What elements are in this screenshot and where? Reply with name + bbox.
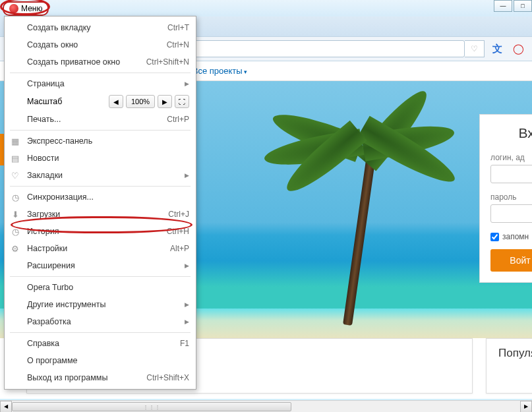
history-icon: ◷: [10, 226, 20, 237]
submenu-arrow-icon: ▶: [185, 318, 189, 325]
zoom-out-button[interactable]: ◀: [109, 95, 123, 108]
menu-separator: [10, 276, 191, 277]
login-title: Вход: [490, 125, 532, 141]
menu-separator: [10, 130, 191, 131]
menu-dev[interactable]: Разработка ▶: [5, 313, 196, 330]
login-field-label: логин, ад: [490, 153, 532, 162]
submenu-arrow-icon: ▶: [185, 172, 189, 179]
card-title: Популяр: [498, 347, 532, 360]
news-icon: ▤: [10, 153, 20, 163]
menu-turbo[interactable]: Opera Turbo: [5, 279, 196, 296]
window-minimize-button[interactable]: —: [494, 0, 512, 12]
menu-separator: [10, 73, 191, 73]
opera-logo-icon: [9, 4, 18, 13]
menu-item-label: Выход из программы: [27, 373, 146, 382]
menu-item-label: Настройки: [27, 244, 170, 253]
zoom-label: Масштаб: [27, 97, 109, 106]
scroll-right-button[interactable]: ▶: [520, 401, 532, 413]
horizontal-scrollbar[interactable]: ◀ ⋮⋮⋮ ▶: [0, 400, 532, 412]
menu-item-label: Экспресс-панель: [27, 136, 189, 146]
window-maximize-button[interactable]: □: [514, 0, 532, 12]
password-field-label: пароль: [490, 192, 532, 202]
remember-checkbox[interactable]: [490, 233, 499, 241]
download-icon: ⬇: [10, 209, 20, 220]
menu-item-shortcut: F1: [180, 339, 189, 348]
heart-icon: ♡: [10, 170, 20, 181]
palm-leaves: [283, 101, 468, 220]
menu-item-label: Opera Turbo: [27, 283, 189, 292]
remember-label: запомн: [502, 232, 529, 241]
menu-item-label: Загрузки: [27, 210, 168, 219]
login-input[interactable]: [490, 165, 532, 183]
menu-settings[interactable]: ⚙ Настройки Alt+P: [5, 240, 196, 257]
grid-icon: ▦: [10, 136, 20, 146]
menu-tools[interactable]: Другие инструменты ▶: [5, 296, 196, 313]
window-controls: — □: [492, 0, 532, 12]
menu-separator: [10, 332, 191, 333]
scroll-grip-icon: ⋮⋮⋮: [143, 403, 161, 409]
gear-icon: ⚙: [10, 243, 20, 254]
menu-item-shortcut: Ctrl+Shift+X: [146, 373, 189, 382]
menu-history[interactable]: ◷ История Ctrl+H: [5, 223, 196, 240]
nav-projects[interactable]: Все проекты: [192, 66, 247, 76]
zoom-value: 100%: [126, 95, 155, 108]
menu-item-label: История: [27, 227, 167, 236]
menu-item-label: Создать приватное окно: [27, 57, 146, 67]
menu-button-label: Меню: [21, 4, 42, 13]
login-submit-button[interactable]: Войт: [490, 249, 532, 272]
menu-item-label: Другие инструменты: [27, 300, 189, 309]
menu-item-shortcut: Ctrl+J: [168, 210, 189, 219]
menu-bookmarks[interactable]: ♡ Закладки ▶: [5, 167, 196, 184]
login-panel: Вход логин, ад пароль запомн Войт: [479, 114, 532, 283]
zoom-in-button[interactable]: ▶: [158, 95, 172, 108]
menu-news[interactable]: ▤ Новости: [5, 150, 196, 167]
menu-item-label: Разработка: [27, 317, 189, 326]
menu-extensions[interactable]: Расширения ▶: [5, 257, 196, 274]
menu-exit[interactable]: Выход из программы Ctrl+Shift+X: [5, 369, 196, 386]
translate-icon[interactable]: 文: [488, 40, 506, 57]
menu-sync[interactable]: ◷ Синхронизация...: [5, 189, 196, 206]
menu-new-private[interactable]: Создать приватное окно Ctrl+Shift+N: [5, 53, 196, 71]
submenu-arrow-icon: ▶: [185, 80, 189, 87]
menu-item-label: Закладки: [27, 171, 189, 180]
menu-new-window[interactable]: Создать окно Ctrl+N: [5, 36, 196, 53]
popular-card-2: Популяр: [486, 338, 532, 394]
menu-item-shortcut: Ctrl+T: [167, 23, 189, 32]
bookmark-heart-icon[interactable]: ♡: [465, 40, 485, 57]
menu-item-shortcut: Alt+P: [170, 244, 189, 253]
menu-help[interactable]: Справка F1: [5, 335, 196, 352]
menu-about[interactable]: О программе: [5, 352, 196, 369]
menu-zoom-row: Масштаб ◀ 100% ▶ ⛶: [5, 92, 196, 111]
menu-item-label: Страница: [27, 79, 189, 88]
main-menu-dropdown: Создать вкладку Ctrl+T Создать окно Ctrl…: [4, 16, 196, 390]
menu-print[interactable]: Печать... Ctrl+P: [5, 111, 196, 128]
menu-item-label: Расширения: [27, 261, 189, 270]
menu-item-label: Новости: [27, 154, 189, 163]
scroll-thumb[interactable]: ⋮⋮⋮: [12, 402, 291, 411]
zoom-controls: ◀ 100% ▶ ⛶: [109, 95, 189, 108]
menu-item-label: О программе: [27, 356, 189, 365]
scroll-left-button[interactable]: ◀: [0, 401, 12, 413]
opera-icon[interactable]: ◯: [510, 40, 527, 57]
browser-titlebar: Меню — □: [0, 0, 532, 16]
menu-item-shortcut: Ctrl+Shift+N: [146, 57, 189, 67]
menu-item-label: Создать вкладку: [27, 23, 167, 32]
menu-item-label: Создать окно: [27, 40, 167, 49]
password-input[interactable]: [490, 204, 532, 223]
scroll-track[interactable]: ⋮⋮⋮: [12, 401, 520, 413]
menu-item-label: Печать...: [27, 115, 167, 124]
menu-downloads[interactable]: ⬇ Загрузки Ctrl+J: [5, 206, 196, 223]
menu-page[interactable]: Страница ▶: [5, 75, 196, 92]
menu-item-label: Справка: [27, 339, 180, 348]
menu-speed-dial[interactable]: ▦ Экспресс-панель: [5, 132, 196, 150]
sync-icon: ◷: [10, 192, 20, 202]
menu-new-tab[interactable]: Создать вкладку Ctrl+T: [5, 19, 196, 36]
remember-checkbox-row[interactable]: запомн: [490, 232, 532, 241]
menu-item-shortcut: Ctrl+N: [167, 40, 189, 49]
menu-item-shortcut: Ctrl+P: [167, 115, 189, 124]
submenu-arrow-icon: ▶: [185, 301, 189, 308]
menu-button[interactable]: Меню: [3, 1, 49, 16]
submenu-arrow-icon: ▶: [185, 262, 189, 269]
zoom-fullscreen-button[interactable]: ⛶: [175, 95, 189, 108]
menu-item-label: Синхронизация...: [27, 192, 189, 202]
